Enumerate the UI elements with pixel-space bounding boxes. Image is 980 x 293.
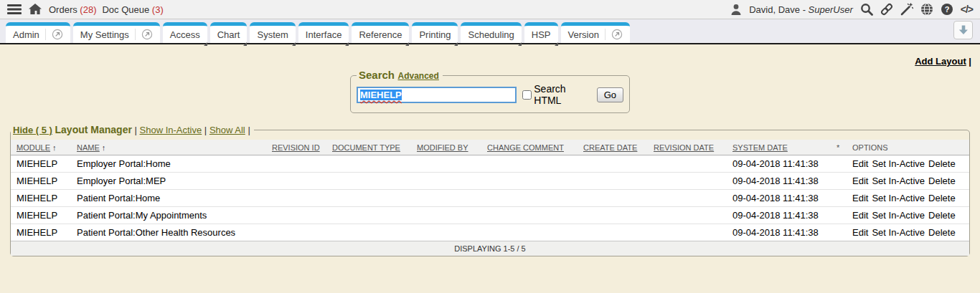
column-label: OPTIONS (852, 143, 888, 152)
download-arrow-button[interactable] (953, 21, 973, 39)
cell-create-date (578, 173, 648, 190)
cell-change-comment (481, 173, 578, 190)
show-all-link[interactable]: Show All (209, 125, 245, 135)
column-header-revision-date: REVISION DATE (648, 140, 727, 155)
cell-modified-by (411, 207, 481, 224)
column-label[interactable]: SYSTEM DATE (732, 143, 788, 152)
column-header-revision-id: REVISION ID (266, 140, 326, 155)
tab-external-link-wrap (605, 29, 623, 40)
cell-document-type (326, 190, 411, 207)
dropdown-caret-icon (405, 42, 409, 46)
option-delete-link[interactable]: Delete (928, 158, 956, 169)
search-icon[interactable] (860, 3, 873, 16)
column-header-modified-by: MODIFIED BY (411, 140, 481, 155)
option-edit-link[interactable]: Edit (852, 210, 868, 221)
search-input-value: MIEHELP (360, 90, 402, 100)
add-layout-link[interactable]: Add Layout (915, 56, 966, 67)
table-row: MIEHELPEmployer Portal:MEP09-04-2018 11:… (11, 173, 969, 190)
cell-options: EditSet In-ActiveDelete (847, 173, 969, 190)
column-label[interactable]: CREATE DATE (583, 143, 637, 152)
cell-name: Employer Portal:Home (71, 155, 266, 173)
table-header-row: MODULE↑NAME↑REVISION IDDOCUMENT TYPEMODI… (11, 140, 969, 155)
option-edit-link[interactable]: Edit (852, 193, 868, 203)
home-icon[interactable] (29, 4, 42, 15)
tab-label: Chart (217, 29, 240, 40)
option-delete-link[interactable]: Delete (928, 227, 956, 238)
cell-modified-by (411, 224, 481, 241)
column-label[interactable]: REVISION DATE (654, 143, 714, 152)
tab-admin[interactable]: Admin (6, 22, 70, 43)
tab-interface[interactable]: Interface (298, 22, 349, 43)
layout-manager-legend: Hide ( 5 ) Layout Manager | Show In-Acti… (11, 124, 254, 135)
tab-label: Interface (306, 29, 342, 40)
layout-manager-panel: Hide ( 5 ) Layout Manager | Show In-Acti… (10, 124, 970, 256)
tab-chart[interactable]: Chart (210, 22, 248, 43)
table-row: MIEHELPEmployer Portal:Home09-04-2018 11… (11, 155, 969, 173)
wand-icon[interactable] (900, 3, 913, 16)
tab-scheduling[interactable]: Scheduling (461, 22, 521, 43)
option-edit-link[interactable]: Edit (852, 158, 868, 169)
search-input[interactable]: MIEHELP (357, 87, 517, 103)
hide-link[interactable]: Hide ( 5 ) (13, 125, 52, 135)
cell-module: MIEHELP (11, 155, 71, 173)
option-edit-link[interactable]: Edit (852, 176, 868, 186)
link-icon[interactable] (880, 3, 893, 16)
column-label[interactable]: CHANGE COMMENT (487, 143, 564, 152)
help-icon[interactable]: ? (941, 3, 953, 16)
advanced-search-link[interactable]: Advanced (398, 71, 439, 81)
tab-reference[interactable]: Reference (352, 22, 409, 43)
option-set-in-active-link[interactable]: Set In-Active (872, 176, 925, 186)
cell-revision-id (266, 224, 326, 241)
user-name[interactable]: David, Dave - SuperUser (749, 4, 853, 15)
option-delete-link[interactable]: Delete (928, 210, 956, 221)
separator: | (969, 56, 971, 67)
option-set-in-active-link[interactable]: Set In-Active (872, 227, 925, 238)
option-set-in-active-link[interactable]: Set In-Active (872, 210, 925, 221)
column-label[interactable]: MODIFIED BY (417, 143, 468, 152)
tab-external-link-wrap (45, 29, 63, 40)
cell-name: Employer Portal:MEP (71, 173, 266, 190)
tab-access[interactable]: Access (163, 22, 207, 43)
tab-printing[interactable]: Printing (412, 22, 458, 43)
table-row: MIEHELPPatient Portal:My Appointments09-… (11, 207, 969, 224)
go-button[interactable]: Go (597, 87, 623, 102)
option-set-in-active-link[interactable]: Set In-Active (872, 158, 925, 169)
column-header-options: OPTIONS (847, 140, 969, 155)
tab-label: HSP (532, 29, 551, 40)
top-nav-orders[interactable]: Orders (28) (49, 4, 96, 15)
tab-system[interactable]: System (250, 22, 295, 43)
cell-revision-id (266, 190, 326, 207)
tab-my-settings[interactable]: My Settings (73, 22, 160, 43)
column-label[interactable]: NAME (77, 143, 100, 152)
column-label[interactable]: REVISION ID (272, 143, 320, 152)
dropdown-caret-icon (243, 42, 247, 46)
cell-revision-date (648, 155, 727, 173)
cell-module: MIEHELP (11, 224, 71, 241)
tab-version[interactable]: Version (561, 22, 630, 43)
cell-revision-date (648, 173, 727, 190)
option-set-in-active-link[interactable]: Set In-Active (872, 193, 925, 203)
top-nav-doc-queue[interactable]: Doc Queue (3) (102, 4, 163, 15)
column-label[interactable]: DOCUMENT TYPE (332, 143, 400, 152)
menu-icon[interactable] (7, 4, 22, 15)
cell-options: EditSet In-ActiveDelete (847, 207, 969, 224)
cell-document-type (326, 173, 411, 190)
cell-change-comment (481, 190, 578, 207)
cell-module: MIEHELP (11, 173, 71, 190)
search-html-checkbox[interactable] (522, 90, 532, 100)
show-inactive-link[interactable]: Show In-Active (140, 125, 202, 135)
cell-document-type (326, 155, 411, 173)
tab-label: Scheduling (468, 29, 514, 40)
column-header-star: * (831, 140, 847, 155)
option-delete-link[interactable]: Delete (928, 176, 956, 186)
globe-icon[interactable] (920, 3, 933, 16)
code-icon[interactable]: </> (961, 4, 973, 15)
tab-label: Printing (419, 29, 451, 40)
column-label[interactable]: MODULE (17, 143, 50, 152)
option-edit-link[interactable]: Edit (852, 227, 868, 238)
top-bar: Orders (28)Doc Queue (3) David, Dave - S… (0, 0, 980, 19)
option-delete-link[interactable]: Delete (928, 193, 956, 203)
external-link-icon (141, 29, 153, 40)
dropdown-caret-icon (518, 42, 522, 46)
tab-hsp[interactable]: HSP (524, 22, 558, 43)
